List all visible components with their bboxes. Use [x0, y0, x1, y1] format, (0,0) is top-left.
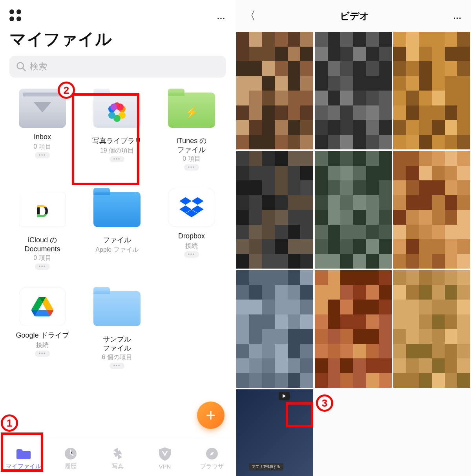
- page-title: マイファイル: [0, 27, 236, 56]
- folder-label: iTunes の ファイル: [158, 136, 225, 154]
- video-thumbnail[interactable]: [393, 151, 470, 269]
- itunes-folder-icon: ⚡: [168, 93, 215, 132]
- folder-more-button[interactable]: •••: [35, 263, 50, 270]
- folder-more-button[interactable]: •••: [184, 251, 199, 258]
- folder-subtitle: 接続: [9, 341, 76, 349]
- video-grid: アプリで視聴する 「チェンソーマン」のモデルと噂されるチェンソーを動かしてみた …: [236, 32, 471, 476]
- folder-label: 写真ライブラリ: [83, 136, 151, 146]
- folder-icon: [2, 445, 45, 462]
- video-thumbnail[interactable]: [236, 151, 313, 269]
- folder-label: Google ドライブ: [9, 331, 76, 340]
- video-thumbnail[interactable]: [315, 270, 392, 388]
- folder-more-button[interactable]: •••: [110, 156, 125, 162]
- folder-count: 19 個の項目: [83, 147, 151, 154]
- compass-icon: [190, 445, 234, 462]
- more-menu-button[interactable]: …: [453, 11, 462, 21]
- search-placeholder: 検索: [30, 61, 47, 73]
- svg-line-1: [23, 68, 26, 71]
- svg-marker-3: [192, 197, 204, 205]
- tab-label: VPN: [143, 463, 186, 470]
- inbox-icon: [19, 89, 66, 128]
- video-thumbnail[interactable]: [236, 270, 313, 388]
- folder-label: ファイル: [83, 236, 151, 245]
- folder-count: 0 項目: [158, 155, 225, 163]
- folder-label: iCloud の Documents: [9, 236, 76, 253]
- tab-bar: マイファイル 履歴 写真 VPN ブラウザ: [0, 437, 236, 476]
- folder-inbox[interactable]: Inbox 0 項目 •••: [7, 89, 78, 171]
- folder-itunes[interactable]: ⚡ iTunes の ファイル 0 項目 •••: [156, 89, 227, 171]
- folder-photo-library[interactable]: 写真ライブラリ 19 個の項目 •••: [82, 89, 152, 171]
- files-folder-icon: [93, 192, 141, 231]
- photos-folder-icon: [93, 93, 141, 132]
- folder-dropbox[interactable]: Dropbox 接続 •••: [156, 188, 227, 270]
- search-icon: [16, 61, 27, 72]
- folder-icloud[interactable]: D iCloud の Documents 0 項目 •••: [7, 188, 78, 270]
- play-icon: [279, 392, 290, 400]
- search-input[interactable]: 検索: [9, 56, 226, 78]
- tab-history[interactable]: 履歴: [49, 445, 92, 470]
- tab-myfiles[interactable]: マイファイル: [2, 445, 45, 470]
- back-button[interactable]: 〈: [244, 8, 256, 24]
- app-view-chip[interactable]: アプリで視聴する: [249, 463, 283, 471]
- page-title: ビデオ: [256, 10, 453, 22]
- folder-sample[interactable]: サンプル ファイル 6 個の項目 •••: [82, 287, 152, 369]
- tab-label: マイファイル: [2, 463, 45, 470]
- folder-more-button[interactable]: •••: [35, 351, 50, 357]
- google-drive-icon: [19, 287, 66, 326]
- tab-label: 履歴: [49, 463, 92, 470]
- folder-label: Dropbox: [158, 232, 225, 241]
- sample-folder-icon: [93, 291, 141, 330]
- layout-grid-icon[interactable]: [9, 9, 24, 24]
- add-button[interactable]: +: [197, 402, 225, 429]
- video-thumbnail[interactable]: [393, 270, 470, 388]
- lightning-icon: ⚡: [185, 106, 199, 119]
- folder-count: 6 個の項目: [83, 353, 151, 361]
- tab-label: ブラウザ: [190, 463, 234, 470]
- photos-flower-icon: [108, 103, 126, 121]
- more-menu-button[interactable]: …: [217, 11, 226, 22]
- folder-more-button[interactable]: •••: [110, 363, 125, 369]
- folder-more-button[interactable]: •••: [35, 152, 50, 158]
- folder-count: 0 項目: [9, 143, 76, 151]
- folder-count: 0 項目: [9, 254, 76, 262]
- documents-d-icon: D: [36, 202, 49, 221]
- tab-vpn[interactable]: VPN: [143, 446, 186, 470]
- folder-more-button[interactable]: •••: [184, 164, 199, 171]
- icloud-documents-icon: D: [19, 192, 66, 231]
- folder-label: サンプル ファイル: [83, 335, 151, 352]
- tab-browser[interactable]: ブラウザ: [190, 445, 234, 470]
- tab-photos[interactable]: 写真: [96, 445, 139, 470]
- tab-label: 写真: [96, 463, 139, 470]
- pinwheel-icon: [96, 445, 139, 462]
- folder-label: Inbox: [9, 133, 76, 142]
- folder-subtitle: 接続: [158, 242, 225, 250]
- clock-icon: [49, 445, 92, 462]
- video-thumbnail[interactable]: [315, 32, 392, 149]
- svg-marker-2: [179, 197, 192, 205]
- video-thumbnail[interactable]: [315, 151, 392, 269]
- video-thumbnail[interactable]: [236, 32, 313, 149]
- dropbox-icon: [168, 188, 215, 227]
- video-thumbnail-detail[interactable]: アプリで視聴する 「チェンソーマン」のモデルと噂されるチェンソーを動かしてみた …: [236, 389, 313, 476]
- folder-subtitle: Apple ファイル: [83, 246, 151, 254]
- video-thumbnail[interactable]: [393, 32, 470, 149]
- shield-icon: [143, 446, 186, 462]
- folder-gdrive[interactable]: Google ドライブ 接続 •••: [7, 287, 78, 369]
- folder-files[interactable]: ファイル Apple ファイル: [82, 188, 152, 270]
